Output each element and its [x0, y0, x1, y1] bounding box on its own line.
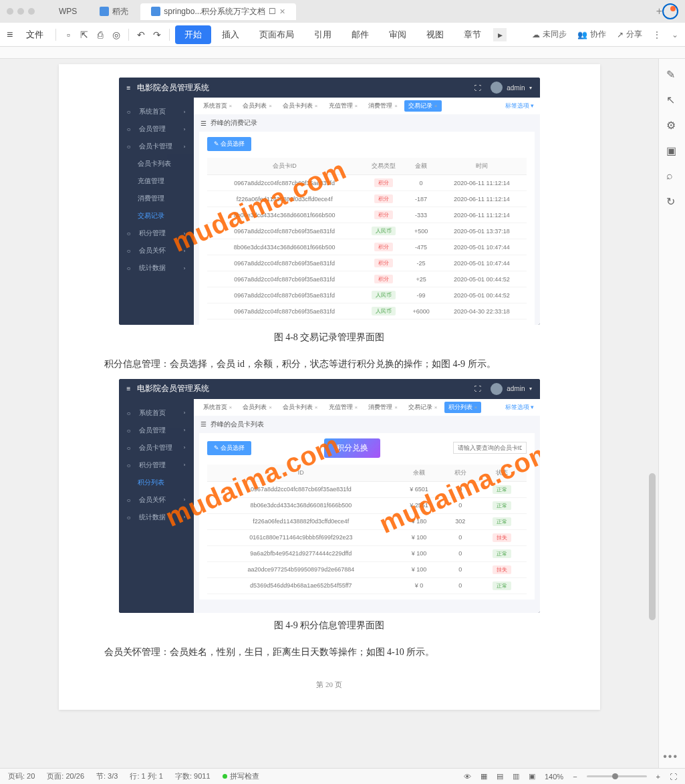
collab-button[interactable]: 👥协作 [577, 29, 606, 40]
breadcrumb-item[interactable]: 交易记录 × [404, 100, 442, 112]
sidebar-item[interactable]: ○会员卡管理› [119, 439, 194, 456]
menu-开始[interactable]: 开始 [175, 25, 211, 44]
close-icon[interactable]: × [229, 404, 233, 410]
close-icon[interactable]: × [394, 103, 398, 109]
zoom-in-icon[interactable]: + [656, 773, 660, 781]
menu-视图[interactable]: 视图 [417, 25, 453, 44]
select-icon[interactable]: ↖ [666, 94, 678, 106]
breadcrumb-item[interactable]: 会员列表 × [239, 402, 276, 413]
settings-icon[interactable]: ⚙ [666, 119, 678, 131]
history-icon[interactable]: ↻ [666, 195, 678, 207]
preview-icon[interactable]: ◎ [110, 28, 123, 41]
zoom-out-icon[interactable]: − [573, 773, 577, 781]
breadcrumb-item[interactable]: 系统首页 × [199, 100, 237, 112]
search-input[interactable] [453, 442, 527, 454]
sidebar-item[interactable]: 会员卡列表 [119, 155, 194, 172]
view-eye-icon[interactable]: 👁 [464, 773, 471, 781]
menu-页面布局[interactable]: 页面布局 [250, 25, 303, 44]
close-icon[interactable]: × [434, 404, 438, 410]
breadcrumb-item[interactable]: 会员卡列表 × [279, 100, 322, 112]
sidebar-item[interactable]: ○积分管理› [119, 456, 194, 474]
close-icon[interactable]: × [394, 404, 398, 410]
view-mode-3-icon[interactable]: ▥ [513, 772, 519, 781]
view-mode-2-icon[interactable]: ▤ [497, 772, 503, 781]
new-tab-button[interactable]: + [656, 5, 662, 17]
sidebar-item[interactable]: ○积分管理› [119, 225, 194, 242]
print-icon[interactable]: ⎙ [94, 28, 107, 41]
share-button[interactable]: ↗分享 [617, 29, 642, 40]
breadcrumb-item[interactable]: 会员列表 × [239, 100, 276, 112]
close-icon[interactable]: × [229, 103, 233, 109]
app-tab[interactable]: 稻壳 [89, 3, 139, 20]
member-select-button[interactable]: ✎ 会员选择 [207, 137, 252, 151]
close-icon[interactable]: × [269, 404, 272, 410]
tag-select[interactable]: 标签选项 ▾ [505, 102, 535, 110]
max-dot[interactable] [28, 8, 35, 15]
sync-status[interactable]: ☁未同步 [532, 29, 567, 40]
breadcrumb-item[interactable]: 消费管理 × [364, 402, 402, 413]
sidebar-item[interactable]: ○会员关怀› [119, 491, 194, 509]
breadcrumb-item[interactable]: 系统首页 × [199, 402, 237, 413]
exchange-button[interactable]: 积分兑换 [324, 438, 380, 458]
breadcrumb-item[interactable]: 积分列表 × [444, 402, 482, 413]
hamburger-icon[interactable]: ≡ [7, 29, 13, 41]
close-tab-icon[interactable]: ✕ [279, 7, 285, 16]
sidebar-item[interactable]: ○会员卡管理› [119, 138, 194, 155]
image-icon[interactable]: ▣ [666, 144, 678, 156]
close-icon[interactable]: × [355, 103, 358, 109]
menu-审阅[interactable]: 审阅 [380, 25, 416, 44]
fullscreen-icon[interactable]: ⛶ [670, 773, 677, 781]
sidebar-item[interactable]: 交易记录 [119, 207, 194, 225]
sidebar-item[interactable]: 充值管理 [119, 172, 194, 190]
sidebar-item[interactable]: ○会员管理› [119, 120, 194, 138]
sidebar-item[interactable]: ○系统首页› [119, 404, 194, 422]
app-tab[interactable]: springbo...积分系统万字文档 ☐ ✕ [140, 3, 296, 20]
sidebar-item[interactable]: ○会员管理› [119, 422, 194, 439]
menu-插入[interactable]: 插入 [213, 25, 249, 44]
status-section[interactable]: 节: 3/3 [96, 771, 118, 781]
export-icon[interactable]: ⇱ [78, 28, 91, 41]
close-icon[interactable]: × [315, 404, 318, 410]
breadcrumb-item[interactable]: 会员卡列表 × [279, 402, 322, 413]
sidebar-item[interactable]: 消费管理 [119, 190, 194, 207]
zoom-slider[interactable] [587, 775, 647, 777]
sidebar-item[interactable]: ○统计数据› [119, 509, 194, 526]
status-spellcheck[interactable]: 拼写检查 [223, 771, 259, 781]
tag-select[interactable]: 标签选项 ▾ [505, 403, 535, 412]
view-mode-4-icon[interactable]: ▣ [529, 772, 535, 781]
kebab-icon[interactable]: ⋮ [653, 30, 661, 39]
status-cursor[interactable]: 行: 1 列: 1 [130, 771, 163, 781]
status-page-code[interactable]: 页码: 20 [8, 771, 35, 781]
zoom-label[interactable]: 140% [545, 773, 563, 781]
breadcrumb-item[interactable]: 交易记录 × [404, 402, 442, 413]
undo-icon[interactable]: ↶ [134, 28, 148, 41]
breadcrumb-item[interactable]: 充值管理 × [325, 100, 362, 112]
close-icon[interactable]: × [474, 404, 478, 410]
sidebar-item[interactable]: ○会员关怀› [119, 242, 194, 259]
collapse-icon[interactable]: ⌄ [672, 30, 678, 39]
menu-章节[interactable]: 章节 [454, 25, 491, 44]
sidebar-item[interactable]: ○统计数据› [119, 259, 194, 277]
scrollbar[interactable] [649, 59, 656, 754]
view-mode-1-icon[interactable]: ▦ [481, 772, 487, 781]
status-words[interactable]: 字数: 9011 [175, 771, 211, 781]
menu-邮件[interactable]: 邮件 [342, 25, 378, 44]
save-icon[interactable]: ▫ [61, 28, 75, 41]
breadcrumb-item[interactable]: 消费管理 × [364, 100, 402, 112]
close-dot[interactable] [7, 8, 13, 15]
status-page[interactable]: 页面: 20/26 [47, 771, 84, 781]
sidebar-item[interactable]: 积分列表 [119, 474, 194, 491]
scan-icon[interactable]: ⌕ [666, 170, 678, 182]
redo-icon[interactable]: ↷ [150, 28, 164, 41]
breadcrumb-item[interactable]: 充值管理 × [325, 402, 362, 413]
close-icon[interactable]: × [355, 404, 358, 410]
member-select-button[interactable]: ✎ 会员选择 [207, 441, 252, 455]
sidebar-item[interactable]: ○系统首页› [119, 103, 194, 120]
app-tab[interactable]: WPS [48, 4, 88, 19]
menu-more-icon[interactable]: ▸ [493, 28, 507, 41]
menu-引用[interactable]: 引用 [305, 25, 341, 44]
more-icon[interactable]: ••• [663, 751, 678, 763]
min-dot[interactable] [17, 8, 24, 15]
file-menu[interactable]: 文件 [19, 26, 50, 43]
close-icon[interactable]: × [269, 103, 272, 109]
